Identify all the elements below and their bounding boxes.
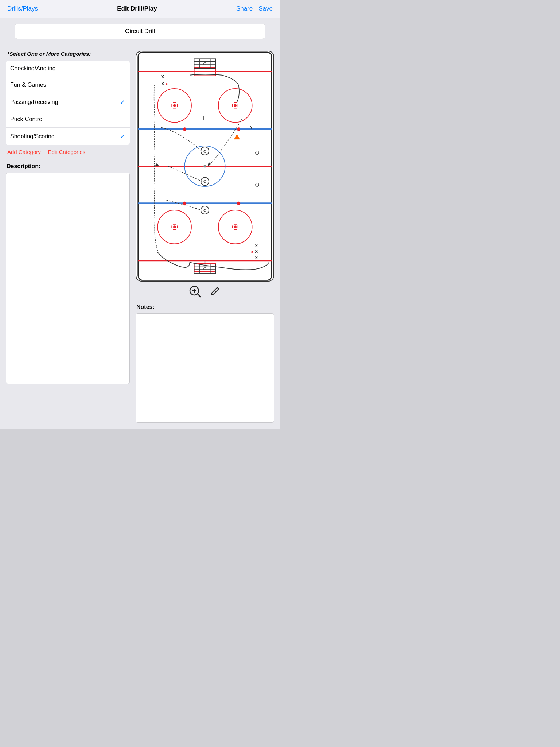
svg-text:C: C <box>203 179 206 184</box>
svg-point-60 <box>237 202 240 205</box>
categories-label: *Select One or More Categories: <box>6 51 130 57</box>
header-left: Drills/Plays <box>7 5 38 12</box>
notes-label: Notes: <box>136 304 274 310</box>
zoom-button[interactable] <box>189 285 201 300</box>
edit-categories-button[interactable]: Edit Categories <box>48 149 86 155</box>
svg-text:C: C <box>203 208 206 213</box>
svg-point-57 <box>183 127 186 131</box>
svg-point-58 <box>237 127 240 131</box>
header-right: Share Save <box>236 5 273 12</box>
share-button[interactable]: Share <box>236 5 253 12</box>
checkmark-passing: ✓ <box>120 98 125 106</box>
category-list: Checking/Angling Fun & Games Passing/Rec… <box>6 61 130 145</box>
svg-text:X: X <box>255 249 258 254</box>
category-name-checking: Checking/Angling <box>10 65 56 72</box>
edit-icon-button[interactable] <box>210 285 221 300</box>
category-item-fun[interactable]: Fun & Games <box>6 77 130 93</box>
rink-svg: G G <box>136 51 273 281</box>
svg-text:X: X <box>161 74 164 80</box>
category-name-fun: Fun & Games <box>10 82 46 88</box>
notes-input[interactable] <box>136 314 274 422</box>
category-name-shooting: Shooting/Scoring <box>10 133 55 140</box>
right-panel: G G <box>136 51 274 429</box>
main-content: *Select One or More Categories: Checking… <box>0 45 280 429</box>
svg-point-44 <box>234 226 237 228</box>
category-actions: Add Category Edit Categories <box>6 145 130 159</box>
notes-section: Notes: <box>136 304 274 429</box>
svg-text:X: X <box>255 255 258 260</box>
header: Drills/Plays Edit Drill/Play Share Save <box>0 0 280 18</box>
title-section <box>0 18 280 45</box>
svg-point-8 <box>203 165 206 167</box>
svg-line-78 <box>217 287 219 289</box>
page-title: Edit Drill/Play <box>117 5 157 12</box>
svg-text:C: C <box>203 149 206 154</box>
svg-text:✸: ✸ <box>251 250 254 254</box>
categories-section: *Select One or More Categories: Checking… <box>6 51 130 159</box>
category-name-puck: Puck Control <box>10 116 44 123</box>
category-name-passing: Passing/Receiving <box>10 99 58 105</box>
svg-text:||: || <box>203 260 206 265</box>
description-label: Description: <box>6 163 130 170</box>
category-item-shooting[interactable]: Shooting/Scoring ✓ <box>6 128 130 145</box>
svg-point-59 <box>183 202 186 205</box>
rink-controls <box>136 282 274 304</box>
svg-text:✸: ✸ <box>165 82 168 86</box>
left-panel: *Select One or More Categories: Checking… <box>6 51 130 384</box>
add-category-button[interactable]: Add Category <box>7 149 41 155</box>
svg-text:G: G <box>203 267 207 271</box>
checkmark-shooting: ✓ <box>120 132 125 140</box>
category-item-puck[interactable]: Puck Control <box>6 111 130 128</box>
description-textarea[interactable] <box>6 173 130 384</box>
svg-point-32 <box>234 104 237 107</box>
hockey-rink: G G <box>136 51 274 282</box>
back-button[interactable]: Drills/Plays <box>7 5 38 12</box>
description-input[interactable] <box>6 173 129 384</box>
svg-text:||: || <box>203 115 205 120</box>
svg-point-26 <box>173 104 176 107</box>
description-section: Description: <box>6 163 130 384</box>
category-item-passing[interactable]: Passing/Receiving ✓ <box>6 93 130 111</box>
category-item-checking[interactable]: Checking/Angling <box>6 61 130 77</box>
svg-line-77 <box>198 294 201 297</box>
save-button[interactable]: Save <box>258 5 273 12</box>
drill-title-input[interactable] <box>15 24 265 39</box>
notes-box[interactable] <box>136 313 274 423</box>
svg-point-38 <box>173 226 176 228</box>
svg-text:X: X <box>255 243 258 248</box>
svg-text:G: G <box>203 62 207 66</box>
svg-text:X: X <box>161 81 164 86</box>
